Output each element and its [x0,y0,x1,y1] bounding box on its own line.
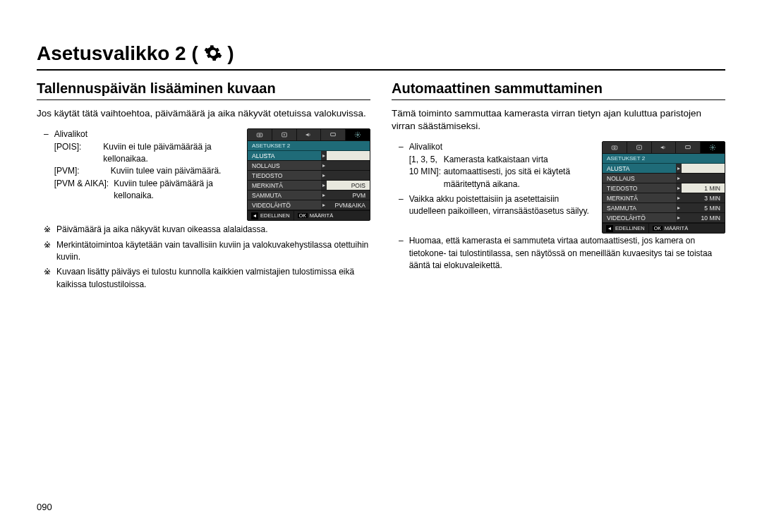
chevron-right-icon: ▸ [676,185,682,191]
lcd-row-value [327,151,370,160]
left-column: Tallennuspäivän lisääminen kuvaan Jos kä… [37,80,370,291]
tab-display-icon [676,142,701,153]
tab-sound-icon [297,129,322,140]
tab-settings-icon [346,129,370,140]
note-text: Päivämäärä ja aika näkyvät kuvan oikeass… [56,224,370,236]
opt-label: [PVM & AIKA]: [54,178,114,202]
dash: – [44,128,49,202]
page-number: 090 [37,502,52,512]
right-submenu-label: Alivalikot [409,141,593,153]
lcd-row-label: VIDEOLÄHTÖ [248,200,321,210]
svg-rect-8 [686,146,691,149]
tab-camera-icon [603,142,627,153]
svg-point-4 [357,134,359,136]
left-submenu-label: Alivalikot [54,128,238,140]
lcd-row-label: VIDEOLÄHTÖ [603,213,676,222]
arrow-left-icon: ◂ [251,212,258,219]
lcd-header: ASETUKSET 2 [603,154,725,164]
lcd-row-label: TIEDOSTO [248,171,321,180]
lcd-footer-prev: EDELLINEN [615,225,645,231]
lcd-row-value [327,171,370,180]
tab-display-icon [321,129,346,140]
lcd-footer-prev: EDELLINEN [260,212,290,219]
chevron-right-icon: ▸ [321,172,327,179]
lcd-row-label: TIEDOSTO [603,183,676,193]
tab-play-icon [272,129,297,140]
lcd-row-label: NOLLAUS [248,161,321,170]
dash: – [399,193,404,218]
bullet-text: Huomaa, että kamerasta ei sammuteta virt… [409,235,725,272]
dash: – [399,235,404,272]
tab-sound-icon [652,142,677,153]
lcd-row-label: ALUSTA [248,151,321,160]
opt-desc: Kuviin tulee vain päivämäärä. [111,165,222,177]
title-close: ) [227,42,234,64]
opt-label: [PVM]: [54,165,111,177]
dash: – [399,141,404,191]
lcd-footer-set: MÄÄRITÄ [665,225,688,231]
lcd-row-value [682,164,725,173]
chevron-right-icon: ▸ [321,152,327,159]
camera-lcd-left: ASETUKSET 2 ALUSTA▸ NOLLAUS▸ TIEDOSTO▸ M… [247,128,370,221]
lcd-row-label: SAMMUTA [603,203,676,212]
lcd-row-value: 3 MIN [682,193,725,202]
lcd-row-value: 1 MIN [682,183,725,193]
tab-play-icon [627,142,652,153]
arrow-left-icon: ◂ [606,225,613,232]
chevron-right-icon: ▸ [321,202,327,208]
opt-desc: Kamerasta katkaistaan virta automaattise… [444,154,593,191]
chevron-right-icon: ▸ [676,165,682,171]
lcd-header: ASETUKSET 2 [248,141,370,151]
lcd-row-value: 5 MIN [682,203,725,212]
chevron-right-icon: ▸ [676,175,682,181]
svg-point-1 [259,134,261,136]
title-text: Asetusvalikko 2 ( [37,42,198,64]
opt-label: [POIS]: [54,141,104,166]
chevron-right-icon: ▸ [321,162,327,169]
svg-point-9 [712,147,714,149]
note-text: Kuvaan lisätty päiväys ei tulostu kunnol… [56,266,370,291]
chevron-right-icon: ▸ [676,195,682,201]
svg-rect-5 [612,146,617,150]
opt-desc: Kuviin ei tule päivämäärää ja kellonaika… [103,141,238,166]
note-marker: ※ [44,224,51,236]
camera-lcd-right: ASETUKSET 2 ALUSTA▸ NOLLAUS▸ TIEDOSTO▸1 … [602,141,725,234]
lcd-footer-set: MÄÄRITÄ [310,212,333,219]
chevron-right-icon: ▸ [676,205,682,211]
lcd-row-label: MERKINTÄ [248,181,321,190]
lcd-row-value [327,161,370,170]
chevron-right-icon: ▸ [321,192,327,198]
right-intro: Tämä toiminto sammuttaa kamerasta virran… [392,107,725,133]
tab-settings-icon [701,142,725,153]
note-marker: ※ [44,239,51,264]
lcd-row-label: MERKINTÄ [603,193,676,202]
tab-camera-icon [248,129,272,140]
svg-point-6 [614,147,616,150]
lcd-row-value: PVM&AIKA [327,200,370,210]
note-marker: ※ [44,266,51,291]
chevron-right-icon: ▸ [676,214,682,221]
right-heading: Automaattinen sammuttaminen [392,80,725,100]
svg-rect-0 [257,133,262,137]
bullet-text: Vaikka akku poistettaisiin ja asetettais… [409,193,593,218]
svg-rect-3 [331,133,336,136]
gear-icon [204,44,222,62]
left-intro: Jos käytät tätä vaihtoehtoa, päivämäärä … [37,107,370,120]
note-text: Merkintätoimintoa käytetään vain tavalli… [56,239,370,264]
lcd-row-label: ALUSTA [603,164,676,173]
chevron-right-icon: ▸ [321,182,327,188]
page-title: Asetusvalikko 2 ( ) [37,42,234,65]
lcd-row-value: POIS [327,181,370,190]
lcd-row-label: SAMMUTA [248,191,321,200]
lcd-row-label: NOLLAUS [603,174,676,183]
opt-desc: Kuviin tulee päivämäärä ja kellonaika. [114,178,238,202]
ok-badge: OK [653,226,663,231]
lcd-row-value: 10 MIN [682,213,725,222]
ok-badge: OK [298,213,308,218]
left-heading: Tallennuspäivän lisääminen kuvaan [37,80,370,100]
page-title-row: Asetusvalikko 2 ( ) [37,42,725,71]
opt-label: [1, 3, 5, 10 MIN]: [409,154,444,191]
lcd-row-value: PVM [327,191,370,200]
right-column: Automaattinen sammuttaminen Tämä toimint… [392,80,725,291]
lcd-row-value [682,174,725,183]
